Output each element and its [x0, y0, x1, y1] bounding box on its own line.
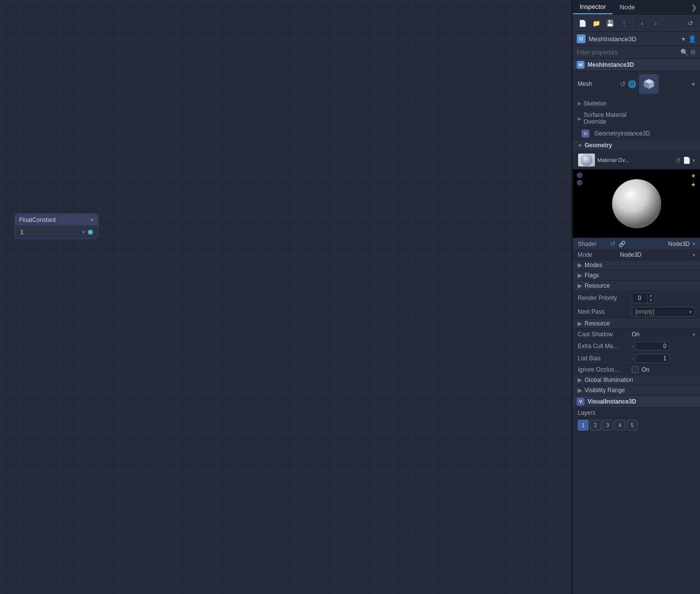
float-node-output-port[interactable]	[88, 230, 93, 235]
save-icon[interactable]: 💾	[604, 17, 616, 29]
mode-value: Node3D	[620, 251, 690, 258]
lod-bias-input[interactable]	[635, 354, 670, 363]
cast-shadow-value: On	[632, 331, 693, 338]
mesh-instance-section-title: MeshInstance3D	[588, 61, 634, 68]
next-pass-dropdown[interactable]: [empty] ▾	[632, 307, 695, 317]
resource-collapsible-1[interactable]: ▶ Resource	[573, 281, 700, 291]
resource-collapsible-2[interactable]: ▶ Resource	[573, 319, 700, 329]
sphere-controls-right: ✦ ✦	[691, 172, 696, 189]
mode-row: Mode Node3D ▾	[573, 250, 700, 260]
tab-node[interactable]: Node	[613, 0, 642, 14]
mesh-controls: ↺ 🌐	[620, 80, 636, 88]
shader-link-icon[interactable]: 🔗	[618, 241, 626, 247]
material-preview[interactable]	[578, 153, 595, 167]
svg-point-4	[581, 154, 592, 166]
render-priority-up-icon[interactable]: ▲	[647, 293, 654, 298]
render-priority-value: 0	[632, 294, 647, 302]
history-icon[interactable]: ↺	[684, 17, 696, 29]
sphere-mode-dot-2[interactable]	[577, 180, 583, 186]
layer-btn-1[interactable]: 1	[578, 420, 588, 431]
sphere-light-icon-1[interactable]: ✦	[691, 172, 696, 180]
extra-cull-row: Extra Cull Ma... -	[573, 340, 700, 352]
skeleton-row: ▶ Skeleton	[573, 97, 700, 110]
back-icon[interactable]: ‹	[636, 17, 648, 29]
sphere-light-icon-2[interactable]: ✦	[691, 181, 696, 189]
shader-reset-icon[interactable]: ↺	[610, 240, 616, 247]
visual-instance-label: VisualInstance3D	[588, 398, 636, 405]
mesh-dropdown-icon[interactable]: ▾	[692, 81, 695, 88]
ignore-occlusion-checkbox[interactable]	[632, 366, 639, 373]
global-illumination-collapsible[interactable]: ▶ Global Illumination	[573, 375, 700, 385]
component-type-dropdown-icon[interactable]: ▾	[682, 35, 685, 43]
render-priority-arrows: ▲ ▼	[647, 293, 654, 303]
shader-value: Node3D	[629, 241, 690, 247]
material-file-icon[interactable]: 📄	[683, 157, 691, 164]
inspector-panel: Inspector Node ❯ 📄 📁 💾 ⋮ ‹ › ↺ M MeshIns…	[572, 0, 700, 594]
global-illumination-label: Global Illumination	[585, 377, 633, 383]
geometry-instance-icon: G	[582, 130, 589, 137]
svg-point-5	[612, 179, 661, 228]
filter-bar: 🔍 ⚙	[573, 46, 700, 59]
cast-shadow-dropdown-icon[interactable]: ▾	[693, 332, 695, 337]
sphere-svg	[610, 177, 664, 231]
shader-dropdown-icon[interactable]: ▾	[693, 241, 695, 246]
toolbar-separator	[633, 19, 633, 27]
new-script-icon[interactable]: 📄	[577, 17, 588, 29]
render-priority-label: Render Priority	[578, 295, 632, 301]
layer-btn-5[interactable]: 5	[627, 420, 638, 431]
float-node-title: FloatConstant	[19, 216, 56, 223]
resource-label-1: Resource	[585, 282, 610, 289]
filter-input[interactable]	[577, 49, 678, 56]
geometry-header[interactable]: ▼ Geometry	[573, 140, 700, 151]
mode-dropdown-icon[interactable]: ▾	[693, 252, 695, 258]
resource-label-2: Resource	[585, 320, 610, 327]
layer-btn-4[interactable]: 4	[615, 420, 625, 431]
next-pass-label: Next Pass	[578, 308, 632, 315]
filter-settings-icon[interactable]: ⚙	[690, 49, 696, 56]
float-node-close-button[interactable]: ×	[90, 216, 94, 223]
mesh-thumbnail[interactable]	[639, 74, 659, 94]
mesh-label: Mesh	[578, 81, 617, 87]
visual-instance-icon: V	[577, 398, 585, 405]
load-icon[interactable]: 📁	[590, 17, 602, 29]
component-type-person-icon[interactable]: 👤	[688, 35, 696, 43]
tab-inspector[interactable]: Inspector	[573, 0, 613, 14]
mode-label: Mode	[578, 251, 617, 258]
lod-bias-minus-icon: -	[632, 355, 634, 362]
mesh-instance-section-header[interactable]: M MeshInstance3D	[573, 59, 700, 71]
ignore-occlusion-value: On	[642, 366, 649, 373]
flags-label: Flags	[585, 272, 599, 279]
visibility-range-collapsible[interactable]: ▶ Visibility Range	[573, 385, 700, 396]
material-reset-icon[interactable]: ↺	[675, 157, 681, 164]
geometry-instance-label: GeometryInstance3D	[594, 130, 650, 137]
material-label: Material Ov...	[597, 157, 673, 163]
canvas-area: FloatConstant × 1 ▾	[0, 0, 571, 594]
component-type-bar: M MeshInstance3D ▾ 👤	[573, 32, 700, 46]
render-priority-down-icon[interactable]: ▼	[647, 298, 654, 303]
surface-material-override-row: ▶ Surface Material Override	[573, 110, 700, 127]
mesh-instance-section-icon: M	[577, 61, 585, 69]
mesh-reset-icon[interactable]: ↺	[620, 80, 626, 88]
lod-bias-row: Lod Bias -	[573, 352, 700, 365]
cast-shadow-label: Cast Shadow	[578, 331, 632, 338]
inspector-expand-icon[interactable]: ❯	[688, 1, 700, 13]
flags-collapsible[interactable]: ▶ Flags	[573, 270, 700, 281]
extra-cull-input[interactable]	[635, 342, 670, 351]
layer-btn-3[interactable]: 3	[602, 420, 613, 431]
mesh-globe-icon[interactable]: 🌐	[628, 80, 636, 88]
modes-collapsible[interactable]: ▶ Modes	[573, 260, 700, 270]
next-pass-dropdown-icon: ▾	[689, 309, 692, 315]
forward-icon[interactable]: ›	[650, 17, 662, 29]
sphere-mode-dot-1[interactable]	[577, 172, 583, 178]
lod-bias-label: Lod Bias	[578, 355, 632, 362]
mesh-row: Mesh ↺ 🌐 ▾	[573, 71, 700, 97]
float-constant-node: FloatConstant × 1 ▾	[15, 214, 98, 239]
render-priority-spinbox[interactable]: 0 ▲ ▼	[632, 293, 655, 303]
float-node-expand-icon: ▾	[82, 229, 85, 236]
material-sphere-mini	[578, 154, 595, 166]
ignore-occlusion-row: Ignore Occlus... On	[573, 365, 700, 375]
material-dropdown-icon[interactable]: ▾	[693, 158, 695, 163]
more-options-icon[interactable]: ⋮	[618, 17, 630, 29]
layer-btn-2[interactable]: 2	[590, 420, 601, 431]
float-node-value: 1	[20, 228, 79, 236]
